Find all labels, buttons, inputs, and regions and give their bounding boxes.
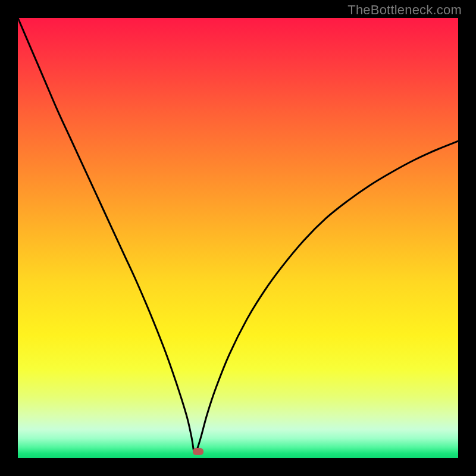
plot-area [18,18,458,458]
bottleneck-curve [18,18,458,458]
optimum-marker [193,448,203,455]
chart-frame: TheBottleneck.com [0,0,476,476]
watermark-text: TheBottleneck.com [347,2,462,18]
